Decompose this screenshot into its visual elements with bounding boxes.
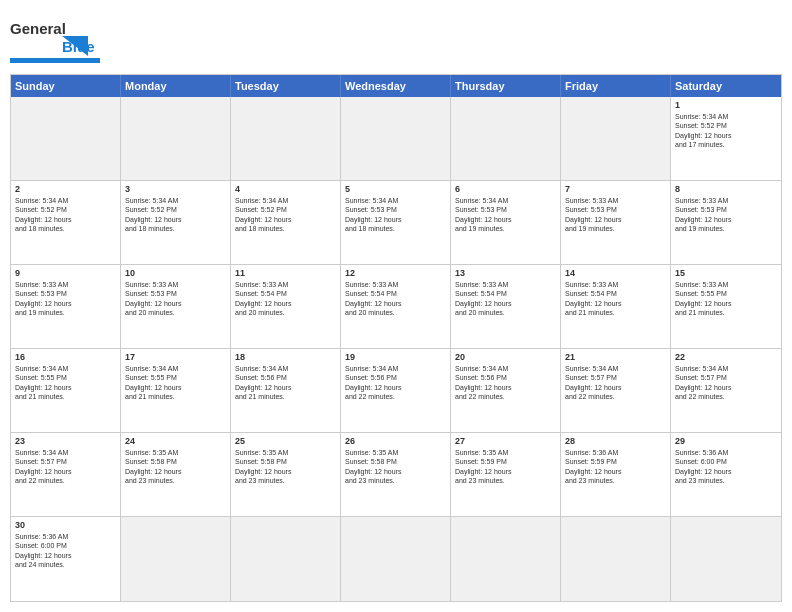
svg-text:General: General (10, 20, 66, 37)
cell-date: 28 (565, 436, 666, 446)
cell-date: 29 (675, 436, 777, 446)
cell-info: Sunrise: 5:34 AM Sunset: 5:52 PM Dayligh… (125, 196, 226, 234)
cell-info: Sunrise: 5:36 AM Sunset: 6:00 PM Dayligh… (675, 448, 777, 486)
day-header-saturday: Saturday (671, 75, 781, 97)
cell-info: Sunrise: 5:33 AM Sunset: 5:53 PM Dayligh… (675, 196, 777, 234)
cell-date: 30 (15, 520, 116, 530)
calendar-week-5: 23Sunrise: 5:34 AM Sunset: 5:57 PM Dayli… (11, 433, 781, 517)
day-header-tuesday: Tuesday (231, 75, 341, 97)
calendar-cell (121, 97, 231, 180)
cell-date: 8 (675, 184, 777, 194)
calendar-cell: 11Sunrise: 5:33 AM Sunset: 5:54 PM Dayli… (231, 265, 341, 348)
calendar-cell: 4Sunrise: 5:34 AM Sunset: 5:52 PM Daylig… (231, 181, 341, 264)
calendar-cell: 25Sunrise: 5:35 AM Sunset: 5:58 PM Dayli… (231, 433, 341, 516)
cell-info: Sunrise: 5:34 AM Sunset: 5:57 PM Dayligh… (675, 364, 777, 402)
cell-date: 6 (455, 184, 556, 194)
cell-date: 22 (675, 352, 777, 362)
day-headers: SundayMondayTuesdayWednesdayThursdayFrid… (11, 75, 781, 97)
calendar-cell (561, 517, 671, 601)
calendar-cell: 9Sunrise: 5:33 AM Sunset: 5:53 PM Daylig… (11, 265, 121, 348)
day-header-monday: Monday (121, 75, 231, 97)
cell-info: Sunrise: 5:34 AM Sunset: 5:55 PM Dayligh… (125, 364, 226, 402)
cell-info: Sunrise: 5:34 AM Sunset: 5:52 PM Dayligh… (235, 196, 336, 234)
calendar-cell: 28Sunrise: 5:36 AM Sunset: 5:59 PM Dayli… (561, 433, 671, 516)
calendar-cell: 5Sunrise: 5:34 AM Sunset: 5:53 PM Daylig… (341, 181, 451, 264)
cell-date: 5 (345, 184, 446, 194)
cell-info: Sunrise: 5:34 AM Sunset: 5:57 PM Dayligh… (565, 364, 666, 402)
cell-date: 12 (345, 268, 446, 278)
cell-date: 3 (125, 184, 226, 194)
calendar-cell: 24Sunrise: 5:35 AM Sunset: 5:58 PM Dayli… (121, 433, 231, 516)
calendar-cell: 30Sunrise: 5:36 AM Sunset: 6:00 PM Dayli… (11, 517, 121, 601)
cell-info: Sunrise: 5:34 AM Sunset: 5:55 PM Dayligh… (15, 364, 116, 402)
calendar-cell: 17Sunrise: 5:34 AM Sunset: 5:55 PM Dayli… (121, 349, 231, 432)
cell-info: Sunrise: 5:35 AM Sunset: 5:58 PM Dayligh… (345, 448, 446, 486)
calendar-cell: 1Sunrise: 5:34 AM Sunset: 5:52 PM Daylig… (671, 97, 781, 180)
svg-rect-3 (10, 58, 100, 63)
cell-date: 14 (565, 268, 666, 278)
calendar-cell (451, 517, 561, 601)
calendar-cell: 14Sunrise: 5:33 AM Sunset: 5:54 PM Dayli… (561, 265, 671, 348)
calendar-week-1: 1Sunrise: 5:34 AM Sunset: 5:52 PM Daylig… (11, 97, 781, 181)
calendar-cell: 13Sunrise: 5:33 AM Sunset: 5:54 PM Dayli… (451, 265, 561, 348)
calendar-cell: 15Sunrise: 5:33 AM Sunset: 5:55 PM Dayli… (671, 265, 781, 348)
cell-date: 26 (345, 436, 446, 446)
day-header-friday: Friday (561, 75, 671, 97)
logo-svg: General Blue (10, 14, 100, 66)
cell-date: 24 (125, 436, 226, 446)
cell-date: 23 (15, 436, 116, 446)
calendar-cell: 6Sunrise: 5:34 AM Sunset: 5:53 PM Daylig… (451, 181, 561, 264)
calendar-week-6: 30Sunrise: 5:36 AM Sunset: 6:00 PM Dayli… (11, 517, 781, 601)
calendar-week-4: 16Sunrise: 5:34 AM Sunset: 5:55 PM Dayli… (11, 349, 781, 433)
cell-date: 1 (675, 100, 777, 110)
calendar-cell: 19Sunrise: 5:34 AM Sunset: 5:56 PM Dayli… (341, 349, 451, 432)
cell-date: 16 (15, 352, 116, 362)
cell-info: Sunrise: 5:34 AM Sunset: 5:57 PM Dayligh… (15, 448, 116, 486)
calendar-cell: 22Sunrise: 5:34 AM Sunset: 5:57 PM Dayli… (671, 349, 781, 432)
calendar-cell (231, 97, 341, 180)
cell-info: Sunrise: 5:34 AM Sunset: 5:56 PM Dayligh… (235, 364, 336, 402)
day-header-sunday: Sunday (11, 75, 121, 97)
cell-info: Sunrise: 5:35 AM Sunset: 5:58 PM Dayligh… (235, 448, 336, 486)
cell-date: 25 (235, 436, 336, 446)
calendar-cell: 23Sunrise: 5:34 AM Sunset: 5:57 PM Dayli… (11, 433, 121, 516)
cell-date: 20 (455, 352, 556, 362)
logo: General Blue (10, 10, 100, 66)
calendar-cell: 12Sunrise: 5:33 AM Sunset: 5:54 PM Dayli… (341, 265, 451, 348)
cell-info: Sunrise: 5:34 AM Sunset: 5:53 PM Dayligh… (455, 196, 556, 234)
cell-date: 10 (125, 268, 226, 278)
cell-date: 2 (15, 184, 116, 194)
cell-info: Sunrise: 5:34 AM Sunset: 5:53 PM Dayligh… (345, 196, 446, 234)
cell-info: Sunrise: 5:36 AM Sunset: 5:59 PM Dayligh… (565, 448, 666, 486)
cell-info: Sunrise: 5:34 AM Sunset: 5:56 PM Dayligh… (455, 364, 556, 402)
cell-info: Sunrise: 5:33 AM Sunset: 5:54 PM Dayligh… (565, 280, 666, 318)
cell-info: Sunrise: 5:33 AM Sunset: 5:55 PM Dayligh… (675, 280, 777, 318)
calendar-cell: 20Sunrise: 5:34 AM Sunset: 5:56 PM Dayli… (451, 349, 561, 432)
cell-date: 11 (235, 268, 336, 278)
cell-info: Sunrise: 5:36 AM Sunset: 6:00 PM Dayligh… (15, 532, 116, 570)
calendar-cell (11, 97, 121, 180)
cell-date: 21 (565, 352, 666, 362)
calendar-cell (341, 517, 451, 601)
calendar-cell (561, 97, 671, 180)
cell-info: Sunrise: 5:34 AM Sunset: 5:56 PM Dayligh… (345, 364, 446, 402)
calendar-cell (451, 97, 561, 180)
calendar-week-2: 2Sunrise: 5:34 AM Sunset: 5:52 PM Daylig… (11, 181, 781, 265)
calendar: SundayMondayTuesdayWednesdayThursdayFrid… (10, 74, 782, 602)
cell-date: 27 (455, 436, 556, 446)
cell-info: Sunrise: 5:33 AM Sunset: 5:54 PM Dayligh… (455, 280, 556, 318)
cell-date: 18 (235, 352, 336, 362)
calendar-cell: 21Sunrise: 5:34 AM Sunset: 5:57 PM Dayli… (561, 349, 671, 432)
calendar-cell: 3Sunrise: 5:34 AM Sunset: 5:52 PM Daylig… (121, 181, 231, 264)
calendar-cell (231, 517, 341, 601)
cell-info: Sunrise: 5:33 AM Sunset: 5:54 PM Dayligh… (345, 280, 446, 318)
day-header-thursday: Thursday (451, 75, 561, 97)
cell-info: Sunrise: 5:33 AM Sunset: 5:53 PM Dayligh… (125, 280, 226, 318)
calendar-cell (671, 517, 781, 601)
cell-date: 7 (565, 184, 666, 194)
cell-date: 9 (15, 268, 116, 278)
cell-info: Sunrise: 5:33 AM Sunset: 5:54 PM Dayligh… (235, 280, 336, 318)
cell-date: 19 (345, 352, 446, 362)
cell-info: Sunrise: 5:34 AM Sunset: 5:52 PM Dayligh… (15, 196, 116, 234)
calendar-cell: 26Sunrise: 5:35 AM Sunset: 5:58 PM Dayli… (341, 433, 451, 516)
